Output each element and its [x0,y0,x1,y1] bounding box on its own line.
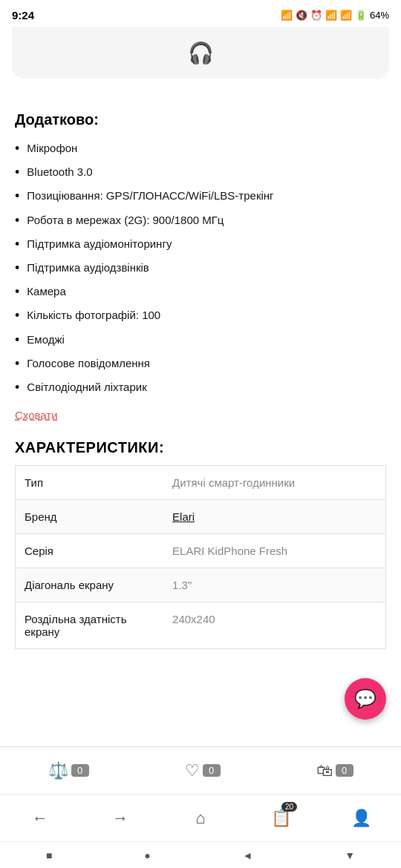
list-item: Bluetooth 3.0 [15,164,386,182]
chat-icon: 💬 [354,688,376,709]
product-image-area: 🎧 [12,27,389,79]
android-home-button[interactable]: ● [135,846,159,864]
android-recent-button[interactable]: ■ [37,846,61,864]
list-item: Підтримка аудіодзвінків [15,260,386,277]
bottom-toolbar: ⚖️ 0 ♡ 0 🛍 0 [0,746,401,794]
row-label: Тип [16,466,164,500]
list-item: Підтримка аудіомоніторингу [15,236,386,254]
mute-icon: 🔇 [296,10,307,21]
compare-icon: ⚖️ [48,761,68,780]
characteristics-heading: ХАРАКТЕРИСТИКИ: [15,439,386,456]
back-icon: ← [32,809,48,828]
hide-link[interactable]: Сховати [15,409,58,421]
row-value: 1.3" [163,568,385,602]
cart-icon: 🛍 [316,761,333,780]
nav-forward-button[interactable]: → [102,800,138,836]
list-item: Емоджі [15,332,386,349]
list-item: Мікрофон [15,140,386,158]
nav-home-button[interactable]: ⌂ [183,800,218,836]
status-time: 9:24 [12,9,34,22]
signal-icon: 📶 [325,10,337,21]
wifi-icon: 📶 [340,10,352,21]
table-row: Діагональ екрану 1.3" [16,568,386,602]
status-icons: 📶 🔇 ⏰ 📶 📶 🔋 64% [281,10,389,21]
row-label: Серія [16,534,164,568]
characteristics-section: ХАРАКТЕРИСТИКИ: Тип Дитячі смарт-годинни… [15,439,386,649]
row-value: ELARI KidPhone Fresh [163,534,385,568]
nav-profile-button[interactable]: 👤 [343,800,379,836]
characteristics-table: Тип Дитячі смарт-годинники Бренд Elari С… [15,465,386,649]
row-value: 240x240 [163,602,385,649]
additional-list: Мікрофон Bluetooth 3.0 Позиціювання: GPS… [15,140,386,397]
row-label: Бренд [16,500,164,534]
list-item: Кількість фотографій: 100 [15,307,386,325]
status-bar: 9:24 📶 🔇 ⏰ 📶 📶 🔋 64% [0,0,401,27]
row-label: Роздільна здатність екрану [16,602,164,649]
profile-icon: 👤 [351,809,371,828]
table-row: Роздільна здатність екрану 240x240 [16,602,386,649]
table-row: Серія ELARI KidPhone Fresh [16,534,386,568]
additional-heading: Додатково: [15,111,386,128]
list-item: Голосове повідомлення [15,355,386,373]
brand-link[interactable]: Elari [172,510,195,523]
nfc-icon: 📶 [281,10,293,21]
android-down-button[interactable]: ▼ [336,846,364,864]
table-row: Бренд Elari [16,500,386,534]
battery-level: 64% [370,10,389,21]
wishlist-button[interactable]: ♡ 0 [185,761,221,780]
row-value: Elari [163,500,385,534]
wishlist-count: 0 [203,764,221,777]
alarm-icon: ⏰ [310,10,322,21]
nav-back-button[interactable]: ← [22,800,58,836]
cart-count: 0 [336,764,353,777]
additional-section: Додатково: Мікрофон Bluetooth 3.0 Позиці… [15,111,386,439]
list-item: Світлодіодний ліхтарик [15,379,386,397]
nav-bar: ← → ⌂ 📋 20 👤 [0,794,401,841]
table-row: Тип Дитячі смарт-годинники [16,466,386,500]
list-item: Робота в мережах (2G): 900/1800 МГц [15,212,386,230]
forward-icon: → [112,809,128,828]
headphone-icon: 🎧 [188,41,214,65]
row-value: Дитячі смарт-годинники [163,466,385,500]
list-item: Камера [15,283,386,301]
notifications-badge: 20 [281,802,297,812]
cart-button[interactable]: 🛍 0 [316,761,353,780]
battery-icon: 🔋 [355,10,367,21]
nav-notifications-button[interactable]: 📋 20 [263,800,299,836]
wishlist-icon: ♡ [185,761,200,780]
compare-count: 0 [71,764,89,777]
chat-fab-button[interactable]: 💬 [345,678,386,720]
home-icon: ⌂ [195,809,205,828]
list-item: Позиціювання: GPS/ГЛОНАСС/WiFi/LBS-трекі… [15,188,386,206]
compare-button[interactable]: ⚖️ 0 [48,761,89,780]
android-nav: ■ ● ◄ ▼ [0,841,401,868]
android-back-button[interactable]: ◄ [234,846,262,864]
row-label: Діагональ екрану [16,568,164,602]
main-content: Додатково: Мікрофон Bluetooth 3.0 Позиці… [0,79,401,649]
